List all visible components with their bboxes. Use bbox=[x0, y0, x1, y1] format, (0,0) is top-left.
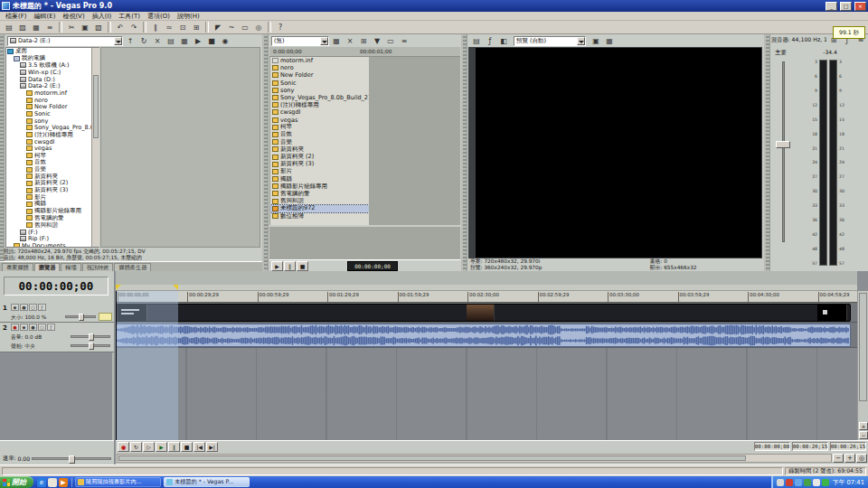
chevron-down-icon[interactable] bbox=[577, 37, 585, 45]
zoom-out-button[interactable]: − bbox=[833, 454, 844, 463]
tray-network-icon[interactable] bbox=[795, 479, 802, 486]
menu-item[interactable]: 編輯(E) bbox=[31, 12, 60, 21]
up-one-level-icon[interactable]: ↑ bbox=[124, 35, 137, 46]
timeline-horizontal-scrollbar[interactable] bbox=[117, 454, 832, 463]
take-combo[interactable]: (無) bbox=[271, 36, 329, 46]
time-ruler[interactable]: 00:00:00;0000:00:29;2900:00:59;2900:01:2… bbox=[116, 291, 857, 303]
internet-explorer-icon[interactable]: e bbox=[37, 478, 46, 487]
loop-playback-button[interactable]: ↻ bbox=[130, 442, 142, 452]
paste-icon[interactable]: ▧ bbox=[92, 22, 105, 33]
file-item[interactable]: 獨縣 bbox=[270, 175, 369, 183]
file-item[interactable]: 新資料夾 (2) bbox=[270, 153, 369, 160]
tray-volume-icon[interactable] bbox=[777, 479, 784, 486]
loop-region-start-marker[interactable] bbox=[116, 285, 121, 290]
tree-scrollbar[interactable] bbox=[91, 48, 99, 247]
stop-button[interactable]: ■ bbox=[181, 442, 193, 452]
enable-snapping-icon[interactable]: ∥ bbox=[149, 22, 162, 33]
file-item[interactable]: nero bbox=[270, 64, 369, 71]
address-combo[interactable]: Data-2 (E:) bbox=[7, 36, 123, 46]
add-to-project-icon[interactable]: ⊞ bbox=[357, 35, 370, 46]
insert-marker-icon[interactable]: ▼ bbox=[371, 35, 383, 46]
tray-update-icon[interactable] bbox=[804, 479, 811, 486]
menu-item[interactable]: 工具(T) bbox=[115, 12, 144, 21]
meter-peak-value[interactable]: -34.4 bbox=[809, 49, 851, 55]
slider-knob[interactable] bbox=[89, 333, 94, 341]
refresh-icon[interactable]: ↻ bbox=[137, 35, 150, 46]
video-track-header[interactable]: 1 ◆●○ƒ 大小: 100.0 % bbox=[0, 303, 114, 323]
lock-envelopes-icon[interactable]: ⊡ bbox=[176, 22, 189, 33]
file-item[interactable]: 新資料夾 bbox=[270, 145, 369, 153]
file-item[interactable]: 新資料夾 (3) bbox=[270, 161, 369, 168]
copy-icon[interactable]: ▣ bbox=[79, 22, 91, 33]
tree-item[interactable]: 舊與和諧 bbox=[6, 221, 99, 229]
audio-track-header[interactable]: 2 ●◆●○ƒ 音量: 0.0 dB 聲相: 中央 bbox=[0, 323, 114, 352]
zoom-tool-icon[interactable]: ◎ bbox=[856, 454, 867, 463]
arm-record-icon[interactable]: ● bbox=[11, 324, 19, 331]
preview-quality-combo[interactable]: 預覽 (自動) bbox=[514, 36, 586, 46]
dock-grip[interactable] bbox=[0, 34, 5, 271]
tree-item[interactable]: Data (D:) bbox=[6, 76, 99, 83]
dock-tab[interactable]: 瀏覽器 bbox=[34, 263, 61, 271]
close-media-icon[interactable]: × bbox=[344, 35, 356, 46]
auto-ripple-icon[interactable]: ≈ bbox=[163, 22, 175, 33]
ignore-event-grouping-icon[interactable]: ⊞ bbox=[190, 22, 203, 33]
play-button[interactable]: ▶ bbox=[271, 261, 283, 271]
tree-item[interactable]: cwsgdl bbox=[6, 138, 99, 145]
marker-bar[interactable] bbox=[116, 285, 857, 291]
dock-grip[interactable] bbox=[463, 34, 467, 271]
file-item[interactable]: 數位相簿 bbox=[270, 212, 369, 220]
cut-icon[interactable]: ✂ bbox=[65, 22, 78, 33]
big-timecode[interactable]: 00:00:00;00 bbox=[4, 277, 108, 296]
file-item[interactable]: 影片 bbox=[270, 168, 369, 175]
file-item[interactable]: Sonic bbox=[270, 80, 369, 87]
tray-ime-icon[interactable] bbox=[813, 479, 820, 486]
loop-region-end-marker[interactable] bbox=[173, 285, 178, 290]
zoom-edit-tool-icon[interactable]: ◎ bbox=[252, 22, 265, 33]
dock-grip[interactable] bbox=[264, 34, 269, 271]
new-project-icon[interactable]: ▤ bbox=[3, 22, 15, 33]
redo-icon[interactable]: ↷ bbox=[127, 22, 140, 33]
timeline-vertical-scrollbar[interactable]: + − bbox=[857, 291, 868, 440]
file-item[interactable]: sony bbox=[270, 87, 369, 94]
edit-cursor[interactable] bbox=[116, 291, 117, 440]
track-fx-icon[interactable]: ƒ bbox=[38, 304, 46, 311]
tree-item[interactable]: Rip (F:) bbox=[6, 236, 99, 243]
record-button[interactable]: ● bbox=[118, 442, 129, 452]
open-icon[interactable]: ▨ bbox=[16, 22, 29, 33]
tree-item[interactable]: Data-2 (E:) bbox=[6, 82, 99, 89]
save-icon[interactable]: ▦ bbox=[30, 22, 42, 33]
tree-item[interactable]: My Documents bbox=[6, 242, 99, 248]
video-event[interactable] bbox=[116, 304, 851, 322]
chevron-down-icon[interactable] bbox=[114, 37, 122, 45]
dock-tab[interactable]: 視訊特效 bbox=[82, 263, 114, 271]
automation-icon[interactable]: ◆ bbox=[11, 304, 19, 311]
pause-button[interactable]: ‖ bbox=[284, 261, 296, 271]
go-to-end-button[interactable]: ▶| bbox=[206, 442, 218, 452]
solo-icon[interactable]: ○ bbox=[29, 304, 37, 311]
go-to-start-button[interactable]: |◀ bbox=[193, 442, 205, 452]
tree-item[interactable]: vegas bbox=[6, 145, 99, 153]
tree-item[interactable]: 新資料夾 (3) bbox=[6, 187, 99, 194]
file-item[interactable]: 未標題的972 bbox=[270, 205, 369, 212]
file-item[interactable]: 舊與和諧 bbox=[270, 198, 369, 205]
pause-button[interactable]: ‖ bbox=[168, 442, 180, 452]
selection-timecode[interactable]: 00:00:00;00 bbox=[754, 442, 790, 451]
volume-slider[interactable] bbox=[71, 335, 110, 338]
media-player-icon[interactable]: ▶ bbox=[59, 478, 68, 487]
automation-settings-icon[interactable] bbox=[99, 313, 112, 321]
menu-item[interactable]: 檢視(V) bbox=[59, 12, 88, 21]
dock-tab[interactable]: 轉場 bbox=[61, 263, 80, 271]
views-icon[interactable]: ▦ bbox=[178, 35, 191, 46]
file-item[interactable]: motorm.inf bbox=[270, 57, 369, 64]
start-preview-icon[interactable]: ▶ bbox=[192, 35, 204, 46]
empty-track-area[interactable] bbox=[116, 348, 857, 440]
tree-item[interactable]: nero bbox=[6, 97, 99, 104]
tray-antivirus-icon[interactable] bbox=[786, 479, 793, 486]
tree-item[interactable]: 柯琴 bbox=[6, 152, 99, 159]
restore-button[interactable]: □ bbox=[840, 2, 852, 11]
close-button[interactable]: × bbox=[854, 2, 866, 11]
taskbar-button[interactable]: 未標題的 * - Vegas P... bbox=[164, 477, 250, 487]
undo-icon[interactable]: ↶ bbox=[114, 22, 127, 33]
track-zoom-in-button[interactable]: + bbox=[859, 422, 868, 430]
trimmer-ruler[interactable]: 0:00:00;00 00:00:01;00 bbox=[269, 47, 460, 57]
